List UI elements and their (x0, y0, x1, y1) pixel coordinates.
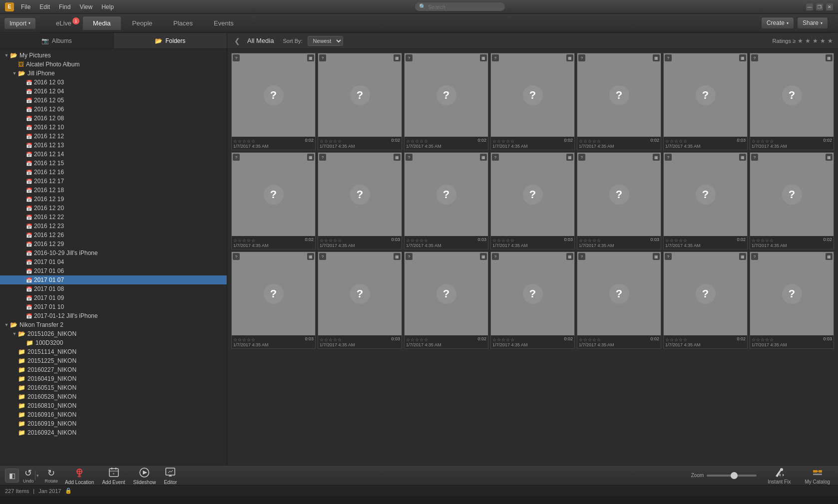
zoom-slider[interactable] (707, 475, 757, 477)
menu-help[interactable]: Help (101, 3, 114, 10)
sidebar-item-2017-01-07[interactable]: 📅2017 01 07 (0, 275, 227, 284)
sidebar-item-20151225-nikon[interactable]: 📁20151225_NIKON (0, 356, 227, 365)
sidebar-item-2016-12-05[interactable]: 📅2016 12 05 (0, 96, 227, 105)
photo-cell-14[interactable]: ? ▦ ? ☆☆☆☆☆ 0:03 1/7/2017 4:35 AM (231, 252, 316, 349)
slideshow-button[interactable]: Slideshow (130, 465, 159, 486)
photo-cell-8[interactable]: ? ▦ ? ☆☆☆☆☆ 0:03 1/7/2017 4:35 AM (318, 152, 402, 250)
sidebar-item-2016-12-14[interactable]: 📅2016 12 14 (0, 150, 227, 159)
sidebar-item-2016-12-17[interactable]: 📅2016 12 17 (0, 177, 227, 186)
sidebar-item-100d3200[interactable]: 📁100D3200 (0, 338, 227, 347)
tab-media[interactable]: Media (82, 16, 121, 30)
menu-edit[interactable]: Edit (39, 3, 50, 10)
menu-file[interactable]: File (21, 3, 30, 10)
sidebar-item-2016-12-18[interactable]: 📅2016 12 18 (0, 186, 227, 195)
sidebar-item-2016-12-16[interactable]: 📅2016 12 16 (0, 168, 227, 177)
sidebar-item-2017-01-10[interactable]: 📅2017 01 10 (0, 302, 227, 311)
add-location-button[interactable]: Add Location (62, 465, 97, 486)
sidebar-item-2016-12-15[interactable]: 📅2016 12 15 (0, 159, 227, 168)
sidebar-item-20160528-nikon[interactable]: 📁20160528_NIKON (0, 392, 227, 401)
star-5[interactable]: ★ (828, 37, 833, 44)
minimize-button[interactable]: — (806, 3, 813, 10)
hide-panel-button[interactable]: ◧ (5, 469, 19, 483)
sidebar-item-2016-12-04[interactable]: 📅2016 12 04 (0, 87, 227, 96)
tab-people[interactable]: People (122, 16, 162, 30)
sidebar-item-2016-12-29[interactable]: 📅2016 12 29 (0, 240, 227, 249)
sidebar-item-2016-12-03[interactable]: 📅2016 12 03 (0, 78, 227, 87)
sidebar-item-20160227-nikon[interactable]: 📁20160227_NIKON (0, 365, 227, 374)
photo-cell-3[interactable]: ? ▦ ? ☆☆☆☆☆ 0:02 1/7/2017 4:35 AM (490, 53, 575, 150)
restore-button[interactable]: ❐ (816, 3, 823, 10)
sidebar-item-20160419-nikon[interactable]: 📁20160419_NIKON (0, 374, 227, 383)
sidebar-item-2017-01-06[interactable]: 📅2017 01 06 (0, 266, 227, 275)
sidebar-item-20160515-nikon[interactable]: 📁20160515_NIKON (0, 383, 227, 392)
sidebar-item-2017-01-09[interactable]: 📅2017 01 09 (0, 293, 227, 302)
star-1[interactable]: ★ (798, 37, 803, 44)
photo-cell-7[interactable]: ? ▦ ? ☆☆☆☆☆ 0:02 1/7/2017 4:35 AM (231, 152, 316, 250)
sidebar-item-jill-iphone[interactable]: ▼📂Jill iPhone (0, 69, 227, 78)
sidebar-item-2017-01-12-jills[interactable]: 📅2017-01-12 Jill's iPhone (0, 311, 227, 320)
create-button[interactable]: Create ▾ (761, 17, 794, 29)
sidebar-tab-albums[interactable]: 📷 Albums (0, 33, 114, 48)
sort-select[interactable]: Newest Oldest Name (308, 36, 343, 46)
search-bar[interactable]: 🔍 (415, 2, 505, 11)
photo-cell-13[interactable]: ? ▦ ? ☆☆☆☆☆ 0:02 1/7/2017 4:35 AM (750, 152, 834, 250)
sidebar-item-2017-01-04[interactable]: 📅2017 01 04 (0, 257, 227, 266)
sidebar-item-2016-12-22[interactable]: 📅2016 12 22 (0, 213, 227, 222)
sidebar-item-2017-01-08[interactable]: 📅2017 01 08 (0, 284, 227, 293)
photo-cell-2[interactable]: ? ▦ ? ☆☆☆☆☆ 0:02 1/7/2017 4:35 AM (404, 53, 488, 150)
sidebar-item-nikon-transfer-2[interactable]: ▼📂Nikon Transfer 2 (0, 320, 227, 329)
sidebar-item-2016-12-23[interactable]: 📅2016 12 23 (0, 222, 227, 231)
tab-places[interactable]: Places (163, 16, 203, 30)
photo-cell-5[interactable]: ? ▦ ? ☆☆☆☆☆ 0:03 1/7/2017 4:35 AM (663, 53, 748, 150)
sidebar-item-2016-12-08[interactable]: 📅2016 12 08 (0, 114, 227, 123)
photo-cell-6[interactable]: ? ▦ ? ☆☆☆☆☆ 0:02 1/7/2017 4:35 AM (750, 53, 834, 150)
undo-button[interactable]: ↺ Undo (23, 468, 34, 484)
rotate-button[interactable]: ↻ Rotate (43, 468, 60, 484)
tab-events[interactable]: Events (204, 16, 244, 30)
editor-button[interactable]: Editor (161, 465, 180, 486)
sidebar-item-my-pictures[interactable]: ▼📂My Pictures (0, 51, 227, 60)
add-event-button[interactable]: + Add Event (99, 465, 128, 486)
photo-cell-17[interactable]: ? ▦ ? ☆☆☆☆☆ 0:02 1/7/2017 4:35 AM (490, 252, 575, 349)
keyword-button[interactable]: My Catalog (802, 466, 833, 486)
share-button[interactable]: Share ▾ (797, 17, 828, 29)
sidebar-item-2016-12-10[interactable]: 📅2016 12 10 (0, 123, 227, 132)
photo-cell-16[interactable]: ? ▦ ? ☆☆☆☆☆ 0:02 1/7/2017 4:35 AM (404, 252, 488, 349)
sidebar-tab-folders[interactable]: 📂 Folders (114, 33, 227, 48)
sidebar-item-2016-12-12[interactable]: 📅2016 12 12 (0, 132, 227, 141)
sidebar-item-20151026-nikon[interactable]: ▼📂20151026_NIKON (0, 329, 227, 338)
photo-cell-20[interactable]: ? ▦ ? ☆☆☆☆☆ 0:03 1/7/2017 4:35 AM (750, 252, 834, 349)
sidebar-item-2016-10-29-jills[interactable]: 📅2016-10-29 Jill's iPhone (0, 249, 227, 257)
sidebar-item-2016-12-06[interactable]: 📅2016 12 06 (0, 105, 227, 114)
back-button[interactable]: ❮ (232, 36, 242, 46)
sidebar-item-alcatel[interactable]: 🖼Alcatel Photo Album (0, 60, 227, 69)
import-button[interactable]: Import ▾ (4, 17, 36, 29)
photo-cell-15[interactable]: ? ▦ ? ☆☆☆☆☆ 0:03 1/7/2017 4:35 AM (318, 252, 402, 349)
sidebar-item-20160919-nikon[interactable]: 📁20160919_NIKON (0, 419, 227, 428)
photo-cell-0[interactable]: ? ▦ ? ☆☆☆☆☆ 0:02 1/7/2017 4:35 AM (231, 53, 316, 150)
sidebar-item-2016-12-13[interactable]: 📅2016 12 13 (0, 141, 227, 150)
tab-elive[interactable]: eLive 1 (46, 16, 81, 30)
star-2[interactable]: ★ (805, 37, 811, 44)
photo-cell-12[interactable]: ? ▦ ? ☆☆☆☆☆ 0:02 1/7/2017 4:35 AM (663, 152, 748, 250)
sidebar-item-2016-12-19[interactable]: 📅2016 12 19 (0, 195, 227, 204)
sidebar-item-2016-12-20[interactable]: 📅2016 12 20 (0, 204, 227, 213)
undo-dropdown[interactable]: ▾ (36, 473, 39, 478)
star-4[interactable]: ★ (820, 37, 826, 44)
instant-fix-button[interactable]: Instant Fix (765, 466, 794, 486)
menu-find[interactable]: Find (59, 3, 70, 10)
sidebar-item-20160924-nikon[interactable]: 📁20160924_NIKON (0, 428, 227, 437)
search-input[interactable] (428, 4, 501, 10)
photo-cell-9[interactable]: ? ▦ ? ☆☆☆☆☆ 0:03 1/7/2017 4:35 AM (404, 152, 488, 250)
photo-cell-4[interactable]: ? ▦ ? ☆☆☆☆☆ 0:02 1/7/2017 4:35 AM (577, 53, 661, 150)
menu-view[interactable]: View (79, 3, 92, 10)
photo-cell-18[interactable]: ? ▦ ? ☆☆☆☆☆ 0:02 1/7/2017 4:35 AM (577, 252, 661, 349)
photo-cell-11[interactable]: ? ▦ ? ☆☆☆☆☆ 0:03 1/7/2017 4:35 AM (577, 152, 661, 250)
photo-cell-19[interactable]: ? ▦ ? ☆☆☆☆☆ 0:02 1/7/2017 4:35 AM (663, 252, 748, 349)
sidebar-item-20151114-nikon[interactable]: 📁20151114_NIKON (0, 347, 227, 356)
sidebar-item-20160810-nikon[interactable]: 📁20160810_NIKON (0, 401, 227, 410)
sidebar-item-2016-12-26[interactable]: 📅2016 12 26 (0, 231, 227, 240)
close-button[interactable]: ✕ (826, 3, 833, 10)
photo-cell-10[interactable]: ? ▦ ? ☆☆☆☆☆ 0:03 1/7/2017 4:35 AM (490, 152, 575, 250)
sidebar-item-20160916-nikon[interactable]: 📁20160916_NIKON (0, 410, 227, 419)
